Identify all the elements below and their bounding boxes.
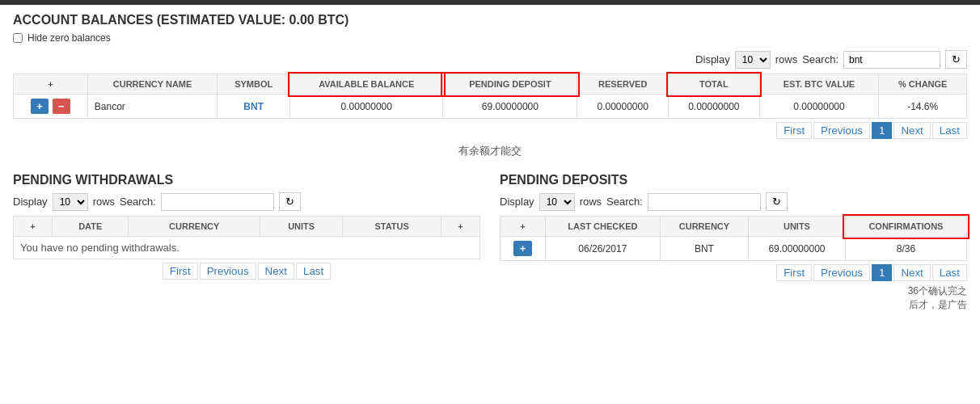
row-total: 0.00000000 (669, 95, 760, 119)
deposits-annotation: 36个确认完之后才，是广告 (500, 284, 967, 312)
d-row-currency: BNT (660, 237, 748, 261)
d-display-select[interactable]: 10 25 (539, 193, 575, 211)
refresh-button[interactable]: ↻ (945, 50, 967, 69)
balances-table: + CURRENCY NAME SYMBOL AVAILABLE BALANCE… (13, 74, 967, 119)
w-col-units: UNITS (260, 217, 342, 237)
col-est-btc: EST. BTC VALUE (759, 74, 879, 95)
balances-pagination: First Previous 1 Next Last (13, 122, 967, 139)
withdrawals-table: + DATE CURRENCY UNITS STATUS + You have … (13, 216, 480, 259)
w-col-add: + (14, 217, 53, 237)
d-page-1[interactable]: 1 (872, 264, 892, 281)
d-col-currency: CURRENCY (660, 217, 748, 237)
row-symbol: BNT (218, 95, 290, 119)
w-search-label: Search: (120, 196, 156, 208)
row-pending: 69.00000000 (443, 95, 577, 119)
w-refresh-button[interactable]: ↻ (279, 192, 301, 211)
w-display-label: Display (13, 196, 48, 208)
w-page-next[interactable]: Next (258, 263, 294, 280)
page-last[interactable]: Last (932, 122, 967, 139)
deposits-title: PENDING DEPOSITS (500, 173, 967, 187)
row-actions: + − (14, 95, 88, 119)
d-row-confirmations: 8/36 (845, 237, 966, 261)
rows-label: rows (775, 53, 797, 65)
d-col-add: + (501, 217, 546, 237)
d-rows-label: rows (580, 196, 602, 208)
deposits-table: + LAST CHECKED CURRENCY UNITS CONFIRMATI… (500, 216, 967, 261)
row-reserved: 0.00000000 (577, 95, 669, 119)
deposits-section: PENDING DEPOSITS Display 10 25 rows Sear… (500, 173, 967, 312)
display-label: Display (695, 53, 730, 65)
row-change: -14.6% (879, 95, 967, 119)
page-previous[interactable]: Previous (813, 122, 870, 139)
col-currency-name: CURRENCY NAME (87, 74, 218, 95)
table-row: + − Bancor BNT 0.00000000 69.00000000 0.… (14, 95, 967, 119)
col-symbol: SYMBOL (218, 74, 290, 95)
d-row-add: + (501, 237, 546, 261)
d-page-last[interactable]: Last (932, 264, 967, 281)
w-page-first[interactable]: First (163, 263, 198, 280)
withdrawals-pagination: First Previous Next Last (13, 263, 480, 280)
d-page-next[interactable]: Next (893, 264, 930, 281)
w-page-previous[interactable]: Previous (200, 263, 256, 280)
w-page-last[interactable]: Last (296, 263, 331, 280)
withdrawals-section: PENDING WITHDRAWALS Display 10 25 rows S… (13, 173, 480, 312)
d-page-first[interactable]: First (776, 264, 812, 281)
account-balances-title: ACCOUNT BALANCES (ESTIMATED VALUE: 0.00 … (13, 13, 967, 27)
row-est-btc: 0.00000000 (759, 95, 879, 119)
col-actions: + (14, 74, 88, 95)
w-no-data-row: You have no pending withdrawals. (14, 237, 480, 259)
d-col-confirmations: CONFIRMATIONS (845, 217, 966, 237)
w-display-select[interactable]: 10 25 (53, 193, 88, 211)
deposits-pagination: First Previous 1 Next Last (500, 264, 967, 281)
page-next[interactable]: Next (893, 122, 930, 139)
d-row-date: 06/26/2017 (545, 237, 660, 261)
withdrawals-title: PENDING WITHDRAWALS (13, 173, 480, 187)
d-col-units: UNITS (749, 217, 846, 237)
row-currency-name: Bancor (87, 95, 218, 119)
d-row-plus-button[interactable]: + (513, 241, 533, 256)
w-col-currency: CURRENCY (129, 217, 260, 237)
d-row-units: 69.00000000 (749, 237, 846, 261)
d-search-label: Search: (606, 196, 643, 208)
w-col-extra: + (441, 217, 479, 237)
col-total: TOTAL (669, 74, 760, 95)
w-col-date: DATE (53, 217, 129, 237)
balance-note: 有余额才能交 (13, 144, 967, 158)
d-display-label: Display (500, 196, 534, 208)
w-col-status: STATUS (343, 217, 441, 237)
col-available-balance: AVAILABLE BALANCE (290, 74, 443, 95)
display-select[interactable]: 10 25 50 (735, 51, 771, 69)
top-bar (0, 0, 980, 5)
page-first[interactable]: First (776, 122, 812, 139)
d-refresh-button[interactable]: ↻ (766, 192, 788, 211)
page-1[interactable]: 1 (872, 122, 892, 139)
d-table-row: + 06/26/2017 BNT 69.00000000 8/36 (501, 237, 967, 261)
w-rows-label: rows (93, 196, 115, 208)
row-available: 0.00000000 (290, 95, 443, 119)
d-search-input[interactable] (648, 193, 761, 211)
hide-zero-checkbox[interactable] (13, 33, 23, 43)
d-page-previous[interactable]: Previous (813, 264, 870, 281)
col-reserved: RESERVED (577, 74, 669, 95)
col-change: % CHANGE (879, 74, 967, 95)
row-minus-button[interactable]: − (53, 99, 70, 114)
search-label: Search: (802, 53, 838, 65)
d-col-last-checked: LAST CHECKED (545, 217, 660, 237)
search-input[interactable]: bnt (843, 51, 940, 69)
w-search-input[interactable] (161, 193, 274, 211)
lower-section: PENDING WITHDRAWALS Display 10 25 rows S… (13, 173, 967, 312)
row-plus-button[interactable]: + (31, 99, 49, 114)
col-pending-deposit: PENDING DEPOSIT (443, 74, 577, 95)
w-no-data-msg: You have no pending withdrawals. (14, 237, 480, 259)
hide-zero-label: Hide zero balances (27, 32, 111, 44)
